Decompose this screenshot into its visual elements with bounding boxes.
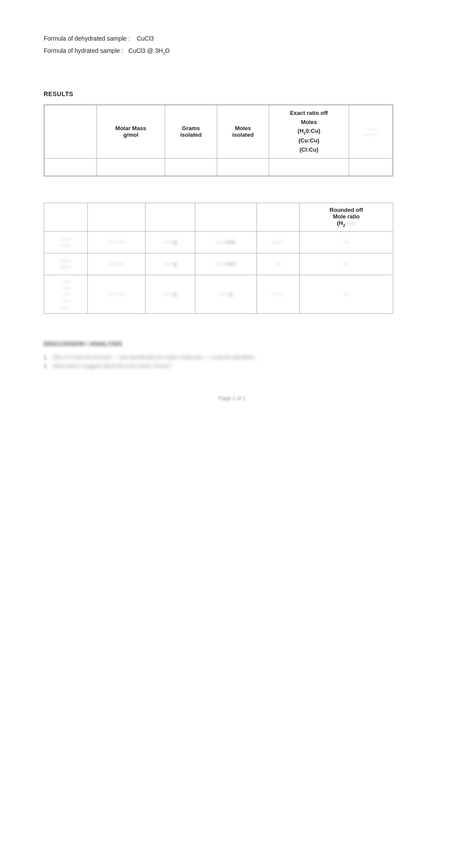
page-number: Page 1 of 1 <box>44 395 420 401</box>
header-molar-mass: Molar Massg/mol <box>97 105 165 158</box>
table-row-1 <box>45 158 393 176</box>
hydrated-formula-line: Formula of hydrated sample : CuCl3 @ 3H2… <box>44 47 420 55</box>
second-table-row-3: —————————— — —— ——g ——g —— <box>44 275 393 313</box>
row1-col2 <box>97 158 165 176</box>
header-col6: ————— <box>349 105 393 158</box>
s-row2-col4: ——mol <box>195 253 256 275</box>
s-row1-col5: —— <box>256 231 300 253</box>
dehydrated-formula-line: Formula of dehydrated sample : CuCl3 <box>44 35 420 42</box>
s-row2-val5: — <box>261 261 295 267</box>
row1-col5 <box>269 158 349 176</box>
row1-col1 <box>45 158 97 176</box>
second-header-col4 <box>195 203 256 231</box>
first-table-wrapper: Molar Massg/mol Gramsisolated Molesisola… <box>44 104 393 176</box>
hydrated-value: CuCl3 @ 3H2O <box>128 47 170 54</box>
s-row2-col3: ——g <box>145 253 195 275</box>
s-row3-val2: — —— <box>92 291 141 297</box>
s-row1-val5: —— <box>261 239 295 245</box>
s-row2-label: ———— <box>48 258 83 270</box>
discussion-item-2: What does it suggest about the ionic bon… <box>44 363 420 369</box>
second-table-row-2: ———— — —— ——g ——mol — <box>44 253 393 275</box>
second-header-col2 <box>88 203 145 231</box>
s-row3-col3: ——g <box>145 275 195 313</box>
s-row3-col2: — —— <box>88 275 145 313</box>
s-row1-val6: — <box>304 239 388 245</box>
s-row1-col3: ——g <box>145 231 195 253</box>
results-section: RESULTS Molar Massg/mol Gramsisolated Mo… <box>44 90 420 314</box>
s-row2-val3: ——g <box>150 261 190 267</box>
second-table-section: Rounded off Mole ratio (H2—— ———— — —— <box>44 203 393 314</box>
s-row1-val4: ——mol <box>200 239 252 245</box>
s-row1-col6: — <box>300 231 393 253</box>
row1-col4 <box>217 158 269 176</box>
s-row2-val6: — <box>304 261 388 267</box>
s-row2-col5: — <box>256 253 300 275</box>
discussion-item-1-text: Why is it that this formula — and specif… <box>52 354 258 360</box>
formula-section: Formula of dehydrated sample : CuCl3 For… <box>44 35 420 55</box>
s-row1-label: ———— <box>48 236 83 248</box>
s-row1-col1: ———— <box>44 231 88 253</box>
s-row3-val5: —— <box>261 291 295 297</box>
table-header-row: Molar Massg/mol Gramsisolated Molesisola… <box>45 105 393 158</box>
discussion-item-2-text: What does it suggest about the ionic bon… <box>52 363 172 369</box>
s-row2-col6: — <box>300 253 393 275</box>
second-header-col3 <box>145 203 195 231</box>
header-col1 <box>45 105 97 158</box>
second-table-header-row: Rounded off Mole ratio (H2—— <box>44 203 393 231</box>
s-row2-col1: ———— <box>44 253 88 275</box>
hydrated-label: Formula of hydrated sample : <box>44 47 123 54</box>
dehydrated-label: Formula of dehydrated sample : <box>44 35 130 42</box>
row1-col6 <box>349 158 393 176</box>
second-header-col1 <box>44 203 88 231</box>
s-row2-val4: ——mol <box>200 261 252 267</box>
s-row2-val2: — —— <box>92 261 141 267</box>
s-row2-col2: — —— <box>88 253 145 275</box>
s-row3-val3: ——g <box>150 291 190 297</box>
second-table: Rounded off Mole ratio (H2—— ———— — —— <box>44 203 393 314</box>
s-row1-col4: ——mol <box>195 231 256 253</box>
discussion-section: DISCUSSION / ANALYSIS Why is it that thi… <box>44 340 420 369</box>
s-row3-label: —————————— <box>47 278 85 311</box>
s-row1-col2: — —— <box>88 231 145 253</box>
header-blurred-suffix: —— <box>345 220 356 226</box>
discussion-item-1: Why is it that this formula — and specif… <box>44 354 420 360</box>
s-row3-col6: — <box>300 275 393 313</box>
s-row3-col5: —— <box>256 275 300 313</box>
header-exact-ratio: Exact ratio off Moles (H20:Cu) (Cu:Cu) (… <box>269 105 349 158</box>
second-table-row-1: ———— — —— ——g ——mol —— <box>44 231 393 253</box>
page-container: Formula of dehydrated sample : CuCl3 For… <box>0 0 464 436</box>
s-row1-val2: — —— <box>92 239 141 245</box>
row1-col3 <box>165 158 217 176</box>
s-row3-val6: — <box>304 291 388 297</box>
header-col6-content: ————— <box>353 126 388 137</box>
s-row3-col1: —————————— <box>44 275 88 313</box>
s-row3-col4: ——g <box>195 275 256 313</box>
first-table: Molar Massg/mol Gramsisolated Molesisola… <box>44 105 393 176</box>
results-title: RESULTS <box>44 90 420 97</box>
header-moles: Molesisolated <box>217 105 269 158</box>
discussion-title: DISCUSSION / ANALYSIS <box>44 340 420 347</box>
second-header-col5 <box>256 203 300 231</box>
second-header-col6: Rounded off Mole ratio (H2—— <box>300 203 393 231</box>
header-grams: Gramsisolated <box>165 105 217 158</box>
dehydrated-value: CuCl3 <box>137 35 154 42</box>
s-row1-val3: ——g <box>150 239 190 245</box>
s-row3-val4: ——g <box>200 291 252 297</box>
